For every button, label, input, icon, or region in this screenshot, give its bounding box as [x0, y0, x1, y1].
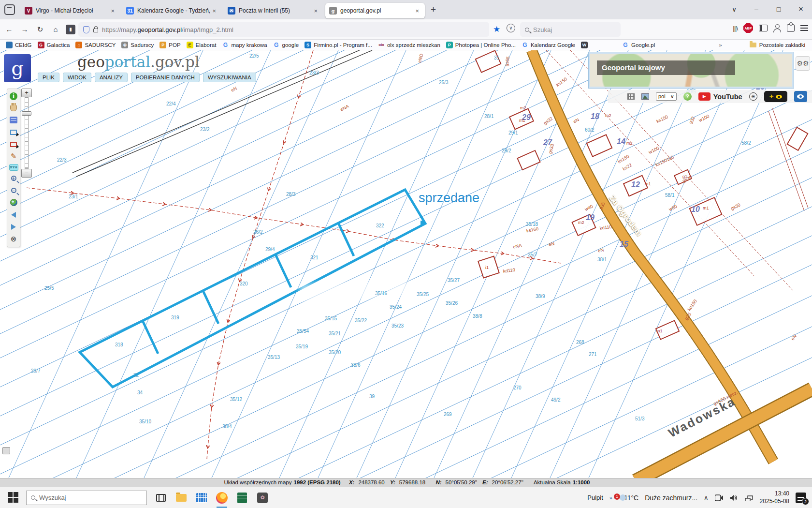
forward-button[interactable]: →: [18, 23, 31, 36]
firefox-view-icon[interactable]: [4, 4, 15, 15]
bookmark-item[interactable]: W: [581, 42, 590, 48]
bookmark-item[interactable]: olxolx sprzedz mieszkan: [378, 42, 440, 48]
bookmark-item[interactable]: Ggoogle: [273, 42, 299, 48]
account-icon[interactable]: [773, 24, 781, 32]
bookmark-item[interactable]: PPhotopea | Online Pho...: [446, 42, 516, 48]
zoom-minus-button[interactable]: −: [21, 169, 32, 178]
other-bookmarks[interactable]: Pozostałe zakładki: [750, 42, 805, 48]
lock-icon[interactable]: [93, 29, 98, 32]
bookmark-item[interactable]: PPOP: [160, 42, 180, 48]
bookmark-star-icon[interactable]: ★: [493, 24, 500, 34]
tab-close-icon[interactable]: ×: [312, 6, 319, 15]
bookmark-item[interactable]: GKalendarz Google: [522, 42, 575, 48]
bookmark-item[interactable]: »: [719, 42, 722, 48]
taskbar-search[interactable]: Wyszukaj: [26, 491, 147, 505]
hidden-icons-chevron[interactable]: ∧: [704, 494, 709, 501]
menu-wyszukiwania[interactable]: WYSZUKIWANIA: [203, 73, 256, 82]
bookmark-item[interactable]: ⊕Sadurscy: [121, 42, 154, 48]
maximize-button[interactable]: □: [768, 5, 790, 13]
new-tab-button[interactable]: +: [426, 3, 441, 16]
tracking-shield-icon[interactable]: [83, 26, 89, 33]
url-bar[interactable]: https://mapy.geoportal.gov.pl/imap/Imgp_…: [78, 22, 489, 37]
tab-geoportal[interactable]: g geoportal.gov.pl ×: [325, 3, 425, 18]
tab-mail[interactable]: ✉ Poczta w Interii (55) ×: [224, 3, 323, 18]
reload-button[interactable]: ↻: [34, 23, 46, 36]
bookmark-item[interactable]: GGalactica: [38, 42, 70, 48]
menu-widok[interactable]: WIDOK: [63, 73, 91, 82]
zoom-track[interactable]: [25, 97, 29, 169]
pan-tool-icon[interactable]: [10, 105, 17, 111]
youtube-play-icon[interactable]: ▶: [698, 92, 710, 101]
clear-selection-icon[interactable]: ⊗: [9, 235, 18, 243]
close-window-button[interactable]: ×: [790, 4, 812, 14]
menu-pobieranie-danych[interactable]: POBIERANIE DANYCH: [131, 73, 200, 82]
bookmark-item[interactable]: GGoogle.pl: [622, 42, 655, 48]
language-select[interactable]: pol∨: [656, 92, 677, 101]
tab-virgo[interactable]: V Virgo - Michał Dzięcioł ×: [21, 3, 120, 18]
settings-gears-icon[interactable]: ⚙⚙: [796, 56, 810, 71]
grid-app-button[interactable]: [195, 492, 208, 504]
legend-tool-icon[interactable]: [10, 117, 17, 123]
photo-app-button[interactable]: ✿: [256, 492, 269, 504]
tab-close-icon[interactable]: ×: [109, 6, 116, 15]
grid-tool-icon[interactable]: [627, 93, 635, 100]
accessibility-icon[interactable]: ✳: [749, 92, 757, 101]
map-canvas[interactable]: [0, 50, 812, 478]
search-bar[interactable]: Szukaj: [520, 22, 621, 37]
file-explorer-button[interactable]: [175, 492, 188, 504]
tab-list-button[interactable]: ∨: [723, 5, 745, 13]
overview-minimap[interactable]: Geoportal krajowy: [589, 52, 794, 88]
start-button[interactable]: [8, 492, 19, 504]
extension-icon-1[interactable]: ▮: [66, 25, 75, 34]
zoom-handle[interactable]: [22, 111, 31, 116]
menu-analizy[interactable]: ANALIZY: [95, 73, 128, 82]
library-icon[interactable]: |||\: [733, 25, 738, 32]
home-button[interactable]: ⌂: [49, 23, 62, 36]
full-extent-icon[interactable]: [10, 199, 17, 206]
next-view-icon[interactable]: [11, 224, 16, 230]
tab-calendar[interactable]: 31 Kalendarz Google - Tydzień, w | ×: [122, 3, 222, 18]
meet-now-icon[interactable]: [715, 494, 724, 501]
desktop-toolbar-label[interactable]: Pulpit: [587, 494, 603, 501]
network-icon[interactable]: [745, 494, 754, 501]
draw-tool-icon[interactable]: ✎: [9, 152, 18, 161]
adblock-icon[interactable]: ABP: [743, 23, 753, 33]
volume-icon[interactable]: [730, 494, 739, 501]
bookmark-item[interactable]: ⌂SADURSCY: [75, 42, 116, 48]
image-tool-icon[interactable]: [641, 93, 649, 100]
tab-close-icon[interactable]: ×: [210, 6, 218, 15]
weather-description[interactable]: Duże zachmurz...: [645, 494, 697, 502]
notification-center-icon[interactable]: 2: [796, 493, 806, 503]
help-icon[interactable]: ?: [683, 92, 692, 101]
spreadsheet-app-button[interactable]: [236, 492, 248, 504]
zoom-in-tool-icon[interactable]: +: [11, 176, 16, 181]
zoom-plus-button[interactable]: +: [21, 89, 32, 97]
menu-plik[interactable]: PLIK: [38, 73, 59, 82]
clock[interactable]: 13:402025-05-08: [760, 490, 789, 505]
visibility-button[interactable]: [794, 91, 807, 102]
xyh-coordinates-tool[interactable]: XYH: [9, 164, 18, 171]
zoom-out-tool-icon[interactable]: −: [11, 188, 16, 193]
firefox-button[interactable]: [216, 492, 228, 504]
minimize-button[interactable]: –: [745, 5, 768, 13]
toolbar-expand-icon[interactable]: »: [609, 495, 611, 501]
info-tool-icon[interactable]: i: [10, 92, 17, 100]
bookmark-item[interactable]: EElaborat: [187, 42, 217, 48]
weather-temperature[interactable]: 11°C: [624, 494, 638, 502]
pocket-icon[interactable]: ∨: [507, 24, 515, 32]
deselect-rectangle-icon[interactable]: [10, 142, 17, 147]
bookmark-item[interactable]: SFirmino.pl - Program f...: [304, 42, 372, 48]
youtube-label[interactable]: YouTube: [713, 93, 742, 101]
bookmark-item[interactable]: CEIdG: [6, 42, 32, 48]
extensions-icon[interactable]: [787, 24, 795, 32]
tab-close-icon[interactable]: ×: [413, 6, 421, 15]
contrast-mode-button[interactable]: ✈: [764, 91, 787, 102]
back-button[interactable]: ←: [3, 23, 15, 36]
bookmark-item[interactable]: Gmapy krakowa: [222, 42, 267, 48]
menu-icon[interactable]: [800, 25, 808, 31]
sidebar-icon[interactable]: [759, 25, 768, 31]
previous-view-icon[interactable]: [11, 212, 16, 218]
select-rectangle-icon[interactable]: [10, 130, 17, 135]
task-view-button[interactable]: [155, 492, 167, 504]
geoportal-logo[interactable]: g: [4, 54, 31, 82]
